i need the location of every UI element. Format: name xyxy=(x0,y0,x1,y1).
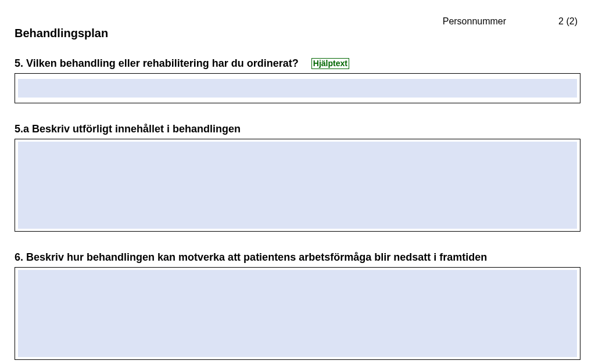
question-5a-label: 5.a Beskriv utförligt innehållet i behan… xyxy=(15,123,241,135)
question-6-label: 6. Beskriv hur behandlingen kan motverka… xyxy=(15,251,487,264)
question-5-fieldbox xyxy=(15,73,580,103)
question-6-row: 6. Beskriv hur behandlingen kan motverka… xyxy=(15,251,580,264)
personnummer-label: Personnummer xyxy=(443,16,506,27)
question-5a-row: 5.a Beskriv utförligt innehållet i behan… xyxy=(15,123,580,135)
header-row: Behandlingsplan Personnummer 2 (2) xyxy=(15,16,580,40)
question-6-fieldbox xyxy=(15,267,580,360)
question-5-row: 5. Vilken behandling eller rehabiliterin… xyxy=(15,57,580,70)
question-5a-fieldbox xyxy=(15,139,580,232)
page-number: 2 (2) xyxy=(558,16,578,27)
header-right: Personnummer 2 (2) xyxy=(443,16,580,27)
question-6-section: 6. Beskriv hur behandlingen kan motverka… xyxy=(15,251,580,360)
question-5-label: 5. Vilken behandling eller rehabiliterin… xyxy=(15,57,299,70)
question-5a-input[interactable] xyxy=(18,142,577,229)
section-title: Behandlingsplan xyxy=(15,27,108,40)
question-5a-section: 5.a Beskriv utförligt innehållet i behan… xyxy=(15,123,580,232)
help-link-q5[interactable]: Hjälptext xyxy=(311,58,349,69)
question-5-input[interactable] xyxy=(18,79,577,98)
question-6-input[interactable] xyxy=(18,270,577,357)
